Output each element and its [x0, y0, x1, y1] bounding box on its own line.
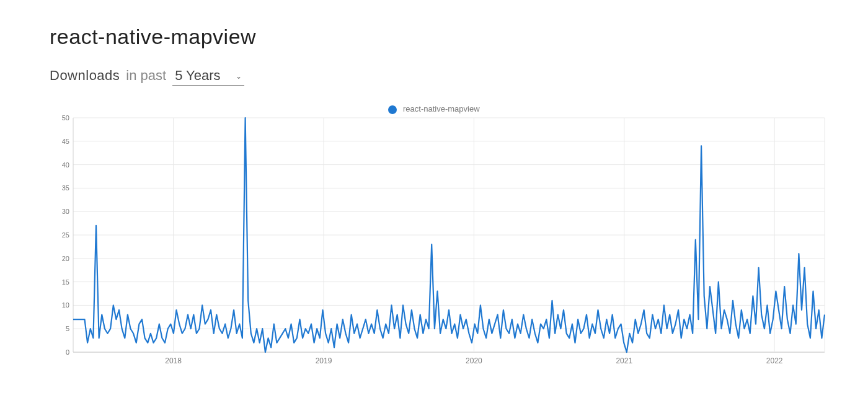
downloads-chart: react-native-mapview 0510152025303540455… — [50, 104, 818, 371]
svg-text:20: 20 — [62, 255, 69, 262]
chart-legend: react-native-mapview — [50, 104, 818, 114]
downloads-range-line: Downloads in past 5 Years ⌄ — [50, 68, 818, 86]
svg-text:50: 50 — [62, 114, 69, 122]
svg-text:2019: 2019 — [316, 356, 332, 365]
svg-text:15: 15 — [62, 278, 69, 286]
svg-text:25: 25 — [62, 231, 69, 239]
range-select-value: 5 Years — [175, 68, 220, 84]
svg-text:2022: 2022 — [766, 356, 783, 365]
chevron-down-icon: ⌄ — [236, 72, 242, 81]
svg-text:30: 30 — [62, 208, 69, 215]
svg-text:2018: 2018 — [165, 356, 182, 365]
range-select[interactable]: 5 Years ⌄ — [172, 68, 244, 86]
svg-text:2021: 2021 — [616, 356, 632, 365]
legend-dot-icon — [388, 105, 397, 114]
svg-text:5: 5 — [66, 325, 69, 332]
svg-text:0: 0 — [66, 348, 69, 356]
in-past-label: in past — [126, 68, 166, 84]
svg-text:45: 45 — [62, 138, 69, 145]
legend-series-label: react-native-mapview — [403, 104, 480, 113]
svg-text:40: 40 — [62, 161, 69, 169]
svg-text:35: 35 — [62, 184, 69, 192]
page-title: react-native-mapview — [50, 25, 818, 49]
svg-text:10: 10 — [62, 301, 69, 309]
downloads-label: Downloads — [50, 68, 120, 84]
chart-svg: 0510152025303540455020182019202020212022 — [50, 104, 831, 371]
svg-text:2020: 2020 — [466, 356, 482, 365]
